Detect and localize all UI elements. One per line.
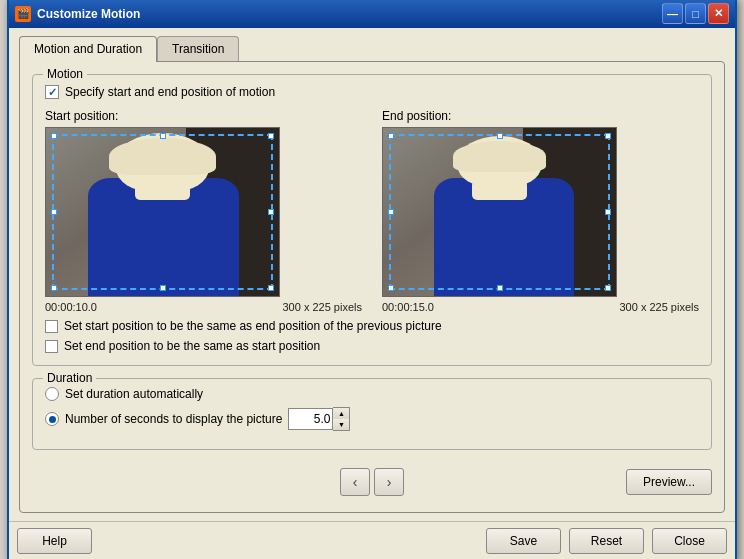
help-button[interactable]: Help — [17, 528, 92, 554]
start-size: 300 x 225 pixels — [283, 301, 363, 313]
radio-seconds-row: Number of seconds to display the picture… — [45, 407, 699, 431]
start-image-meta: 00:00:10.0 300 x 225 pixels — [45, 301, 362, 313]
radio-auto-label: Set duration automatically — [65, 387, 203, 401]
checkbox-row-2: Set end position to be the same as start… — [45, 339, 699, 353]
end-position-block: End position: — [382, 109, 699, 313]
end-handle-rm[interactable] — [605, 209, 611, 215]
start-time: 00:00:10.0 — [45, 301, 97, 313]
end-handle-tl[interactable] — [388, 133, 394, 139]
end-time: 00:00:15.0 — [382, 301, 434, 313]
window-title: Customize Motion — [37, 7, 140, 21]
title-bar-left: 🎬 Customize Motion — [15, 6, 140, 22]
specify-motion-checkbox[interactable] — [45, 85, 59, 99]
window-icon: 🎬 — [15, 6, 31, 22]
handle-tr[interactable] — [268, 133, 274, 139]
start-position-block: Start position: — [45, 109, 362, 313]
radio-seconds-label: Number of seconds to display the picture — [65, 412, 282, 426]
handle-bl[interactable] — [51, 285, 57, 291]
spin-up-button[interactable]: ▲ — [333, 408, 349, 419]
tab-panel: Motion Specify start and end position of… — [19, 61, 725, 513]
end-image-meta: 00:00:15.0 300 x 225 pixels — [382, 301, 699, 313]
title-bar: 🎬 Customize Motion — □ ✕ — [9, 0, 735, 28]
handle-br[interactable] — [268, 285, 274, 291]
handle-tl[interactable] — [51, 133, 57, 139]
tab-motion-duration[interactable]: Motion and Duration — [19, 36, 157, 62]
save-button[interactable]: Save — [486, 528, 561, 554]
positions-row: Start position: — [45, 109, 699, 313]
handle-lm[interactable] — [51, 209, 57, 215]
checkbox-same-as-end-label: Set start position to be the same as end… — [64, 319, 442, 333]
spinner-buttons: ▲ ▼ — [333, 407, 350, 431]
nav-forward-button[interactable]: › — [374, 468, 404, 496]
start-scene — [46, 128, 279, 296]
bottom-area: ‹ › Preview... — [32, 462, 712, 500]
handle-bm[interactable] — [160, 285, 166, 291]
title-buttons: — □ ✕ — [662, 3, 729, 24]
preview-button[interactable]: Preview... — [626, 469, 712, 495]
radio-auto-row: Set duration automatically — [45, 387, 699, 401]
checkbox-same-as-start[interactable] — [45, 340, 58, 353]
specify-motion-row: Specify start and end position of motion — [45, 85, 699, 99]
end-scene — [383, 128, 616, 296]
end-size: 300 x 225 pixels — [620, 301, 700, 313]
end-position-label: End position: — [382, 109, 699, 123]
footer: Help Save Reset Close — [9, 521, 735, 559]
motion-group: Motion Specify start and end position of… — [32, 74, 712, 366]
end-handle-tm[interactable] — [497, 133, 503, 139]
end-image-container — [382, 127, 617, 297]
start-image-container — [45, 127, 280, 297]
nav-buttons: ‹ › — [340, 468, 404, 496]
main-window: 🎬 Customize Motion — □ ✕ Motion and Dura… — [7, 0, 737, 559]
end-handle-bl[interactable] — [388, 285, 394, 291]
end-handle-lm[interactable] — [388, 209, 394, 215]
checkbox-same-as-end[interactable] — [45, 320, 58, 333]
end-handle-br[interactable] — [605, 285, 611, 291]
duration-group-label: Duration — [43, 371, 96, 385]
maximize-button[interactable]: □ — [685, 3, 706, 24]
radio-auto[interactable] — [45, 387, 59, 401]
minimize-button[interactable]: — — [662, 3, 683, 24]
radio-seconds[interactable] — [45, 412, 59, 426]
end-handle-bm[interactable] — [497, 285, 503, 291]
window-body: Motion and Duration Transition Motion Sp… — [9, 28, 735, 521]
tabs-container: Motion and Duration Transition — [19, 36, 725, 61]
seconds-input[interactable] — [288, 408, 333, 430]
duration-group: Duration Set duration automatically Numb… — [32, 378, 712, 450]
start-position-label: Start position: — [45, 109, 362, 123]
end-selection-box — [389, 134, 610, 290]
tab-transition[interactable]: Transition — [157, 36, 239, 61]
specify-motion-label: Specify start and end position of motion — [65, 85, 275, 99]
spacer-right: Preview... — [404, 469, 712, 495]
nav-back-button[interactable]: ‹ — [340, 468, 370, 496]
start-selection-box — [52, 134, 273, 290]
seconds-spinner: ▲ ▼ — [288, 407, 350, 431]
close-button[interactable]: Close — [652, 528, 727, 554]
close-window-button[interactable]: ✕ — [708, 3, 729, 24]
motion-group-label: Motion — [43, 67, 87, 81]
handle-tm[interactable] — [160, 133, 166, 139]
end-handle-tr[interactable] — [605, 133, 611, 139]
footer-right: Save Reset Close — [486, 528, 727, 554]
reset-button[interactable]: Reset — [569, 528, 644, 554]
spin-down-button[interactable]: ▼ — [333, 419, 349, 430]
checkbox-row-1: Set start position to be the same as end… — [45, 319, 699, 333]
checkbox-same-as-start-label: Set end position to be the same as start… — [64, 339, 320, 353]
handle-rm[interactable] — [268, 209, 274, 215]
